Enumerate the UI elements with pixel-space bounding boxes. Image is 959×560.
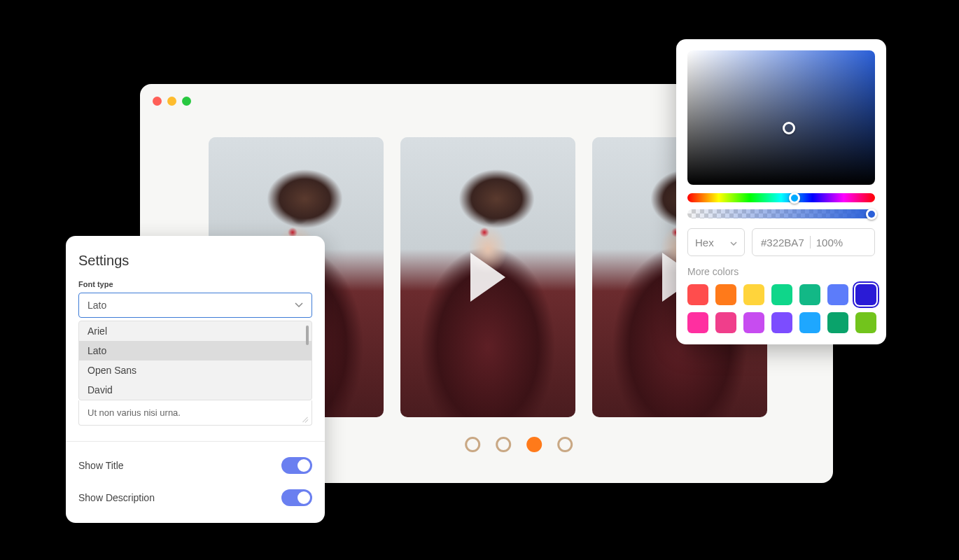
color-swatch[interactable] [799,284,820,305]
font-option[interactable]: Ariel [79,321,312,341]
settings-title: Settings [78,253,312,269]
hex-value-input[interactable]: #322BA7 100% [752,228,875,256]
color-swatch[interactable] [715,284,736,305]
show-description-toggle[interactable] [281,489,312,506]
color-swatch[interactable] [743,312,764,333]
font-select-value: Lato [88,300,106,311]
settings-panel: Settings Font type Lato Ariel Lato Open … [66,236,325,523]
chevron-down-icon [295,301,303,309]
color-swatch[interactable] [827,312,848,333]
carousel-dot[interactable] [496,437,511,452]
show-description-label: Show Description [78,492,155,503]
color-swatch[interactable] [771,284,792,305]
scrollbar-thumb[interactable] [306,326,309,345]
color-swatch[interactable] [799,312,820,333]
window-minimize-button[interactable] [167,97,176,106]
color-swatch[interactable] [715,312,736,333]
color-swatch[interactable] [743,284,764,305]
swatch-grid [687,284,875,333]
font-type-label: Font type [78,280,312,288]
color-canvas-cursor[interactable] [783,122,795,134]
window-close-button[interactable] [153,97,162,106]
carousel-dot[interactable] [557,437,573,452]
color-swatch[interactable] [687,312,708,333]
color-picker-panel: Hex #322BA7 100% More colors [676,39,886,344]
alpha-slider-thumb[interactable] [866,209,877,220]
color-swatch[interactable] [827,284,848,305]
play-icon[interactable] [470,253,505,302]
font-option[interactable]: David [79,380,312,400]
carousel-dot-active[interactable] [526,437,542,452]
hex-code: #322BA7 [761,237,804,248]
hue-slider-thumb[interactable] [789,192,800,204]
font-dropdown-list: Ariel Lato Open Sans David [78,321,312,400]
hue-slider[interactable] [687,193,875,202]
color-swatch[interactable] [855,312,876,333]
show-title-toggle[interactable] [281,457,312,474]
traffic-lights [153,97,191,106]
color-swatch[interactable] [855,284,876,305]
opacity-value: 100% [816,237,843,248]
carousel-dots [465,437,573,452]
alpha-slider[interactable] [687,209,875,218]
divider [66,441,325,442]
carousel-card[interactable] [400,137,575,417]
color-inputs: Hex #322BA7 100% [687,228,875,256]
chevron-down-icon [730,237,737,248]
show-title-label: Show Title [78,460,124,471]
font-select[interactable]: Lato [78,293,312,318]
show-title-row: Show Title [78,457,312,474]
sample-text-value: Ut non varius nisi urna. [88,407,181,418]
window-maximize-button[interactable] [182,97,191,106]
resize-handle-icon[interactable] [302,415,309,422]
font-option[interactable]: Lato [79,341,312,360]
color-canvas[interactable] [687,50,875,185]
color-format-select[interactable]: Hex [687,228,745,256]
show-description-row: Show Description [78,489,312,506]
more-colors-label: More colors [687,266,875,277]
carousel-dot[interactable] [465,437,480,452]
color-swatch[interactable] [771,312,792,333]
color-swatch[interactable] [687,284,708,305]
sample-text-input[interactable]: Ut non varius nisi urna. [78,400,312,426]
font-option[interactable]: Open Sans [79,360,312,380]
color-format-value: Hex [695,237,714,248]
divider [810,236,811,248]
